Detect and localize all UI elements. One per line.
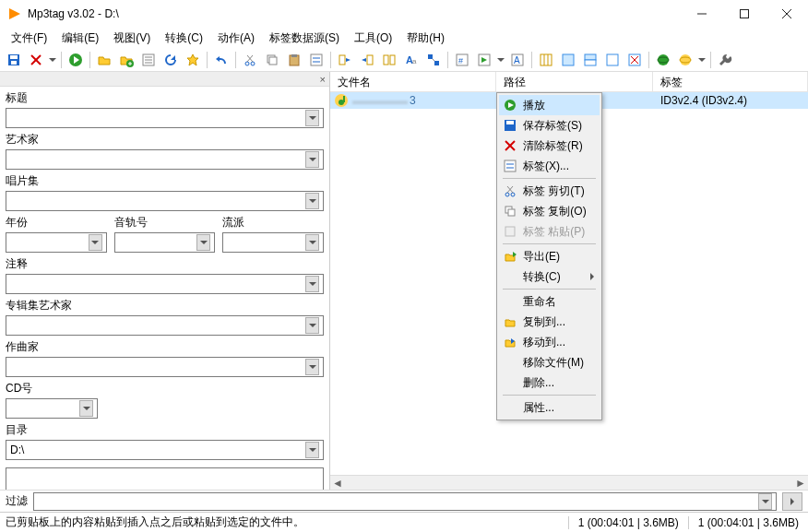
tools-icon[interactable]: [715, 50, 735, 70]
year-input[interactable]: [6, 232, 107, 253]
close-button[interactable]: [766, 0, 808, 28]
menu-file[interactable]: 文件(F): [6, 29, 53, 48]
paste-icon[interactable]: [284, 50, 304, 70]
menu-tag-sources[interactable]: 标签数据源(S): [264, 29, 345, 48]
panel-close-icon[interactable]: ×: [320, 74, 326, 85]
directory-input[interactable]: D:\: [6, 440, 324, 460]
delete-dropdown-icon[interactable]: [48, 58, 57, 62]
svg-rect-27: [269, 57, 277, 65]
web-sources-icon[interactable]: [675, 50, 695, 70]
scroll-left-icon[interactable]: ◄: [330, 476, 345, 491]
column-tag[interactable]: 标签: [653, 72, 808, 91]
copy-icon: [503, 204, 517, 219]
folder-move-icon: [503, 335, 517, 349]
ctx-properties[interactable]: 属性...: [499, 397, 600, 418]
menu-edit[interactable]: 编辑(E): [56, 29, 104, 48]
title-input[interactable]: [6, 108, 324, 128]
ctx-paste: 标签 粘贴(P): [499, 221, 600, 242]
autonumber-icon[interactable]: #: [452, 50, 472, 70]
folder-open-icon[interactable]: [94, 50, 114, 70]
file-list-body[interactable]: ▬▬▬▬▬3 ID3v2.4 (ID3v2.4) 播放 保存标签(S) 清除标签…: [330, 92, 808, 475]
ctx-remove[interactable]: 移除文件(M): [499, 352, 600, 372]
tag-to-filename-icon[interactable]: [335, 50, 355, 70]
extended-tags-icon[interactable]: [306, 50, 327, 70]
ctx-moveto[interactable]: 移动到...: [499, 332, 600, 352]
menu-convert[interactable]: 转换(C): [160, 29, 208, 48]
play-icon[interactable]: [65, 50, 86, 70]
ctx-tags[interactable]: 标签(X)...: [499, 156, 600, 176]
filter-label: 过滤: [6, 493, 28, 509]
menu-help[interactable]: 帮助(H): [401, 29, 450, 48]
svg-rect-50: [541, 54, 552, 65]
undo-icon[interactable]: [211, 50, 232, 70]
ctx-delete[interactable]: 删除...: [499, 372, 600, 393]
comment-input[interactable]: [6, 274, 324, 294]
ctx-convert[interactable]: 转换(C): [499, 266, 600, 287]
cover-art-box[interactable]: [6, 467, 324, 490]
ctx-play[interactable]: 播放: [499, 95, 600, 115]
ctx-export[interactable]: 导出(E): [499, 246, 600, 266]
file-type-icon: [334, 93, 349, 108]
svg-point-62: [680, 54, 691, 65]
svg-point-22: [245, 62, 249, 65]
svg-rect-54: [585, 54, 596, 60]
delete-icon[interactable]: [26, 50, 46, 70]
select-error-icon[interactable]: [624, 50, 645, 70]
filename-to-tag-icon[interactable]: [357, 50, 377, 70]
select-none-icon[interactable]: [602, 50, 623, 70]
cut-icon[interactable]: [240, 50, 260, 70]
composer-input[interactable]: [6, 357, 324, 377]
text-to-tag-icon[interactable]: Aa: [401, 50, 422, 70]
select-icon[interactable]: [558, 50, 578, 70]
ctx-cut[interactable]: 标签 剪切(T): [499, 181, 600, 201]
cd-input[interactable]: [6, 398, 98, 419]
copy-icon[interactable]: [262, 50, 282, 70]
actions-dropdown-icon[interactable]: [496, 58, 505, 62]
save-icon[interactable]: [4, 50, 24, 70]
menu-action[interactable]: 动作(A): [212, 29, 260, 48]
file-tag-cell: ID3v2.4 (ID3v2.4): [653, 94, 747, 107]
playlist-icon[interactable]: [138, 50, 159, 70]
svg-rect-56: [607, 54, 618, 65]
web-sources-dropdown-icon[interactable]: [697, 58, 707, 62]
ctx-copy[interactable]: 标签 复制(O): [499, 201, 600, 221]
album-input[interactable]: [6, 191, 324, 211]
svg-marker-36: [362, 58, 366, 62]
column-path[interactable]: 路径: [496, 72, 653, 91]
album-artist-input[interactable]: [6, 315, 324, 336]
genre-input[interactable]: [222, 232, 324, 253]
svg-rect-7: [11, 61, 17, 65]
horizontal-scrollbar[interactable]: ◄ ►: [330, 475, 808, 490]
column-filename[interactable]: 文件名: [330, 72, 496, 91]
actions-icon[interactable]: [474, 50, 494, 70]
menu-view[interactable]: 视图(V): [108, 29, 156, 48]
ctx-copyto[interactable]: 复制到...: [499, 312, 600, 332]
artist-input[interactable]: [6, 149, 324, 170]
minimize-button[interactable]: [681, 0, 723, 28]
maximize-button[interactable]: [723, 0, 766, 28]
svg-rect-41: [428, 54, 433, 59]
scroll-right-icon[interactable]: ►: [793, 476, 808, 491]
svg-point-60: [658, 54, 669, 65]
filename-to-filename-icon[interactable]: [379, 50, 399, 70]
svg-point-76: [505, 193, 509, 196]
ctx-clear[interactable]: 清除标签(R): [499, 136, 600, 156]
refresh-icon[interactable]: [160, 50, 181, 70]
status-count-2: 1 (00:04:01 | 3.6MB): [688, 516, 808, 529]
select-columns-icon[interactable]: [536, 50, 556, 70]
artist-label: 艺术家: [6, 132, 324, 148]
svg-rect-37: [384, 55, 388, 65]
filter-input[interactable]: [33, 492, 777, 511]
quick-action-icon[interactable]: A: [507, 50, 528, 70]
track-input[interactable]: [114, 232, 216, 253]
menu-tools[interactable]: 工具(O): [349, 29, 398, 48]
folder-add-icon[interactable]: [116, 50, 137, 70]
ctx-save[interactable]: 保存标签(S): [499, 115, 600, 136]
select-invert-icon[interactable]: [580, 50, 600, 70]
comment-label: 注释: [6, 256, 324, 272]
favorite-icon[interactable]: [183, 50, 203, 70]
ctx-rename[interactable]: 重命名: [499, 291, 600, 312]
tag-to-tag-icon[interactable]: [423, 50, 444, 70]
filter-apply-button[interactable]: [782, 492, 802, 511]
freedb-icon[interactable]: [653, 50, 673, 70]
